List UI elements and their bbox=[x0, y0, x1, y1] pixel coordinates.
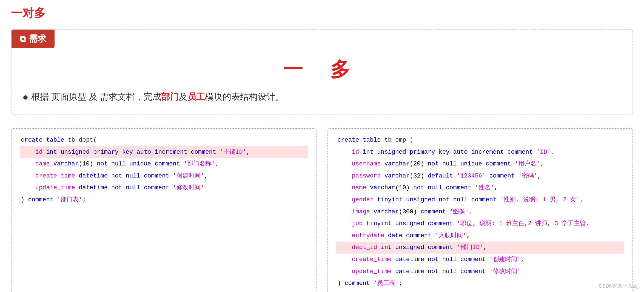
dept-highlight: 部门 bbox=[161, 92, 179, 102]
emp-line-5: name varchar(10) not null comment '姓名', bbox=[336, 182, 624, 194]
code-line-5: update_time datetime not null comment '修… bbox=[20, 182, 308, 194]
code-section: create table tb_dept( id int unsigned pr… bbox=[11, 128, 633, 292]
emp-line-2: id int unsigned primary key auto_increme… bbox=[336, 146, 624, 158]
code-line-6: ) comment '部门表'; bbox=[20, 194, 308, 206]
emp-highlight: 员工 bbox=[187, 92, 205, 102]
emp-line-7: image varchar(300) comment '图像', bbox=[336, 206, 624, 218]
layers-icon: ⧉ bbox=[20, 34, 25, 44]
emp-line-13: ) comment '员工表'; bbox=[336, 277, 624, 290]
requirement-content: ● 根据 页面原型 及 需求文档，完成部门及员工模块的表结构设计。 bbox=[12, 88, 632, 106]
emp-line-1: create table tb_emp ( bbox=[336, 134, 624, 146]
emp-line-3: username varchar(20) not null unique com… bbox=[336, 158, 624, 170]
emp-line-8: job tinyint unsigned comment '职位, 说明: 1 … bbox=[336, 218, 624, 230]
requirement-text-before: 根据 页面原型 及 需求文档，完成部门及员工模块的表结构设计。 bbox=[31, 91, 284, 103]
emp-line-12: update_time datetime not null comment '修… bbox=[336, 266, 624, 278]
code-block-dept: create table tb_dept( id int unsigned pr… bbox=[11, 128, 317, 292]
code-line-2: id int unsigned primary key auto_increme… bbox=[20, 146, 308, 158]
emp-line-9: entrydate date comment '入职时间', bbox=[336, 230, 624, 242]
page-title: 一对多 bbox=[11, 5, 633, 21]
code-block-emp: create table tb_emp ( id int unsigned pr… bbox=[327, 128, 633, 292]
requirement-center-title: 一 多 bbox=[12, 56, 632, 83]
code-line-3: name varchar(10) not null unique comment… bbox=[20, 158, 308, 170]
emp-line-6: gender tinyint unsigned not null comment… bbox=[336, 194, 624, 206]
requirement-label: 需求 bbox=[29, 33, 46, 45]
bullet-point: ● bbox=[22, 91, 29, 103]
code-line-1: create table tb_dept( bbox=[20, 134, 308, 146]
emp-line-11: create_time datetime not null comment '创… bbox=[336, 254, 624, 266]
requirement-header: ⧉ 需求 bbox=[12, 30, 55, 48]
code-line-4: create_time datetime not null comment '创… bbox=[20, 170, 308, 182]
emp-line-10: dept_id int unsigned comment '部门ID', bbox=[336, 242, 624, 254]
emp-line-4: password varchar(32) default '123456' co… bbox=[336, 170, 624, 182]
watermark: CSDN@朱一头zcj bbox=[599, 283, 639, 289]
requirement-box: ⧉ 需求 一 多 ● 根据 页面原型 及 需求文档，完成部门及员工模块的表结构设… bbox=[11, 29, 633, 114]
